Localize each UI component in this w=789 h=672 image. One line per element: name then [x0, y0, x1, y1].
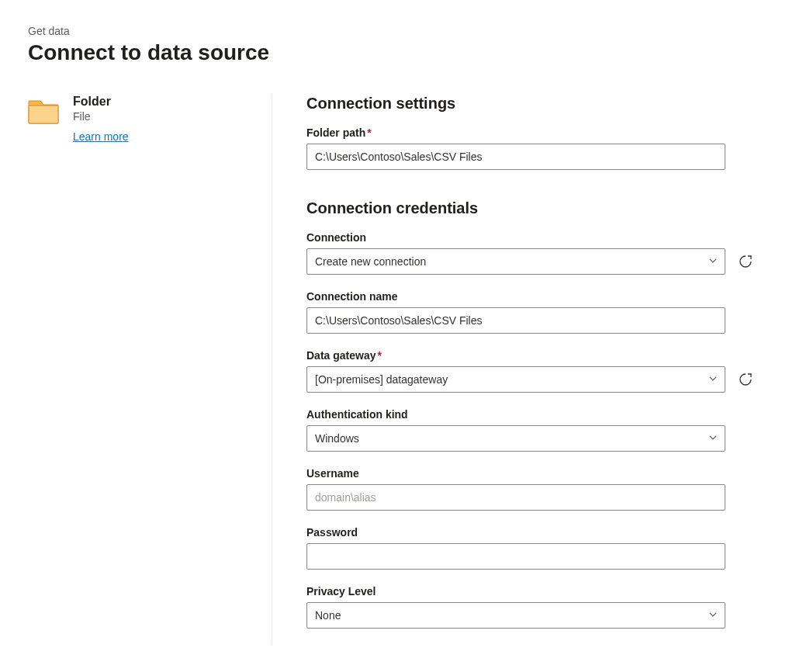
- section-connection-credentials: Connection credentials: [306, 199, 755, 217]
- learn-more-link[interactable]: Learn more: [73, 130, 129, 143]
- connection-select-value: Create new connection: [315, 255, 426, 268]
- svg-rect-1: [29, 106, 58, 123]
- data-gateway-label-text: Data gateway: [306, 349, 375, 362]
- auth-kind-select[interactable]: Windows: [306, 425, 725, 452]
- privacy-level-label: Privacy Level: [306, 585, 755, 598]
- data-gateway-refresh-button[interactable]: [736, 370, 755, 389]
- required-indicator: *: [377, 349, 381, 362]
- username-label: Username: [306, 467, 755, 480]
- privacy-level-select-value: None: [315, 609, 341, 622]
- data-gateway-select-value: [On-premises] datagateway: [315, 373, 448, 386]
- page-title: Connect to data source: [28, 40, 761, 65]
- folder-path-input[interactable]: [306, 144, 725, 170]
- data-gateway-select[interactable]: [On-premises] datagateway: [306, 366, 725, 393]
- privacy-level-select[interactable]: None: [306, 602, 725, 629]
- source-panel: Folder File Learn more: [28, 95, 272, 644]
- folder-path-label-text: Folder path: [306, 126, 365, 139]
- auth-kind-select-value: Windows: [315, 432, 359, 445]
- refresh-icon: [738, 254, 753, 269]
- username-input[interactable]: [306, 484, 725, 511]
- auth-kind-label: Authentication kind: [306, 408, 755, 421]
- folder-path-label: Folder path*: [306, 126, 755, 139]
- password-input[interactable]: [306, 543, 725, 570]
- connection-label: Connection: [306, 231, 755, 244]
- breadcrumb: Get data: [28, 25, 761, 37]
- password-label: Password: [306, 526, 755, 539]
- source-title: Folder: [73, 95, 129, 109]
- data-gateway-label: Data gateway*: [306, 349, 755, 362]
- section-connection-settings: Connection settings: [306, 95, 755, 113]
- folder-icon: [28, 99, 59, 124]
- connection-select[interactable]: Create new connection: [306, 248, 725, 275]
- connection-name-input[interactable]: [306, 307, 725, 334]
- connection-name-label: Connection name: [306, 290, 755, 303]
- refresh-icon: [738, 372, 753, 387]
- connection-refresh-button[interactable]: [736, 252, 755, 271]
- required-indicator: *: [367, 126, 371, 139]
- source-kind: File: [73, 110, 129, 123]
